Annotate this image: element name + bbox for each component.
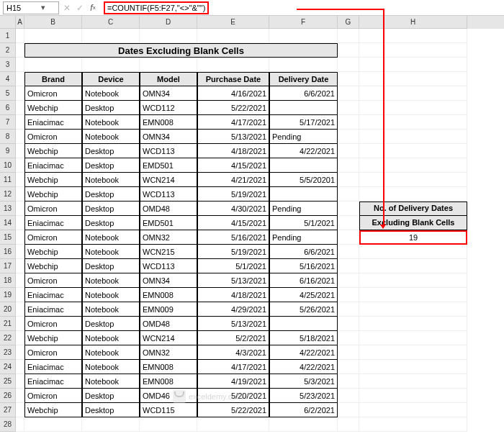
cell[interactable]: Webchip [24,173,82,187]
cell[interactable]: WCN214 [140,331,197,345]
cell[interactable]: 4/25/2021 [269,288,338,302]
cell[interactable]: Desktop [82,158,140,173]
row-header[interactable]: 1 [0,29,16,43]
cell[interactable]: 5/22/2021 [197,101,269,115]
cell[interactable] [82,417,140,432]
cell[interactable] [338,115,359,130]
cell[interactable] [359,417,467,432]
row-header[interactable]: 7 [0,115,16,130]
confirm-icon[interactable]: ✓ [75,3,85,13]
cancel-icon[interactable]: ✕ [62,3,72,13]
cell[interactable]: 4/21/2021 [197,173,269,187]
cell[interactable]: Desktop [82,101,140,115]
cell[interactable]: Webchip [24,403,82,417]
cell[interactable]: EMN008 [140,288,197,302]
cell[interactable] [16,144,24,158]
cell[interactable]: 4/16/2021 [197,86,269,101]
cell[interactable] [359,144,467,158]
cell[interactable]: Notebook [82,115,140,130]
column-header[interactable]: F [269,16,338,29]
column-header[interactable]: E [197,16,269,29]
cell[interactable]: Device [82,72,140,86]
cell[interactable]: Notebook [82,130,140,144]
select-all-corner[interactable] [0,16,16,29]
column-header[interactable]: H [359,16,467,29]
cell[interactable]: 5/5/20201 [269,173,338,187]
cell[interactable] [197,58,269,72]
cell[interactable]: 5/19/2021 [197,187,269,202]
cell[interactable]: Webchip [24,144,82,158]
cell[interactable]: OMN34 [140,273,197,288]
cell[interactable]: 5/2/2021 [197,331,269,345]
cell[interactable] [140,417,197,432]
cell[interactable]: EMN009 [140,302,197,317]
cell[interactable]: OMD48 [140,202,197,216]
cell[interactable]: Omicron [24,130,82,144]
cell[interactable]: 6/2/2021 [269,403,338,417]
cell[interactable]: Notebook [82,374,140,389]
cell[interactable] [338,216,359,230]
cell[interactable]: Notebook [82,331,140,345]
cell[interactable] [338,144,359,158]
cell[interactable] [16,101,24,115]
cell[interactable]: 5/1/2021 [197,259,269,273]
row-header[interactable]: 22 [0,331,16,345]
cell[interactable]: WCD112 [140,101,197,115]
cell[interactable]: Model [140,72,197,86]
cell[interactable]: WCN214 [140,173,197,187]
formula-bar[interactable]: =COUNTIF(F5:F27,"<>"&"") [101,1,501,14]
cell[interactable]: OMN32 [140,230,197,245]
cell[interactable] [338,187,359,202]
cell[interactable] [359,29,467,43]
cell[interactable] [16,187,24,202]
cell[interactable]: 6/6/2021 [269,86,338,101]
cell[interactable] [16,331,24,345]
cell[interactable] [16,202,24,216]
cell[interactable] [16,58,24,72]
cell[interactable] [16,86,24,101]
row-header[interactable]: 11 [0,173,16,187]
cell[interactable] [359,72,467,86]
cell[interactable]: Notebook [82,288,140,302]
row-header[interactable]: 9 [0,144,16,158]
cell[interactable] [359,374,467,389]
cell[interactable] [338,259,359,273]
row-header[interactable]: 14 [0,216,16,230]
cell[interactable]: Notebook [82,273,140,288]
cell[interactable] [359,245,467,259]
result-cell[interactable]: 19 [359,230,467,245]
cell[interactable] [359,302,467,317]
cell[interactable]: Omicron [24,345,82,360]
cell[interactable]: Desktop [82,216,140,230]
cell[interactable]: Desktop [82,187,140,202]
cell[interactable]: OMD48 [140,317,197,331]
cell[interactable]: 6/16/2021 [269,273,338,288]
cell[interactable]: 4/17/2021 [197,360,269,374]
cell[interactable] [269,317,338,331]
cell[interactable] [338,72,359,86]
side-header[interactable]: Excluding Blank Cells [359,216,467,230]
row-header[interactable]: 28 [0,417,16,432]
cell[interactable] [24,417,82,432]
cell[interactable] [82,29,140,43]
cell[interactable] [338,403,359,417]
cell[interactable]: Desktop [82,202,140,216]
row-header[interactable]: 17 [0,259,16,273]
cell[interactable]: 5/18/2021 [269,331,338,345]
chevron-down-icon[interactable]: ▾ [31,3,55,12]
cell[interactable]: 4/22/2021 [269,144,338,158]
cell[interactable]: OMN32 [140,345,197,360]
cell[interactable]: Notebook [82,302,140,317]
cell[interactable]: 4/3/2021 [197,345,269,360]
cell[interactable] [338,43,359,58]
cell[interactable]: 4/22/2021 [269,345,338,360]
cell[interactable]: 4/30/2021 [197,202,269,216]
row-header[interactable]: 26 [0,389,16,403]
cell[interactable]: WCD113 [140,187,197,202]
row-header[interactable]: 13 [0,202,16,216]
cell[interactable]: OMN34 [140,130,197,144]
cell[interactable]: Webchip [24,245,82,259]
cell[interactable] [338,331,359,345]
row-header[interactable]: 23 [0,345,16,360]
column-header[interactable]: D [140,16,197,29]
